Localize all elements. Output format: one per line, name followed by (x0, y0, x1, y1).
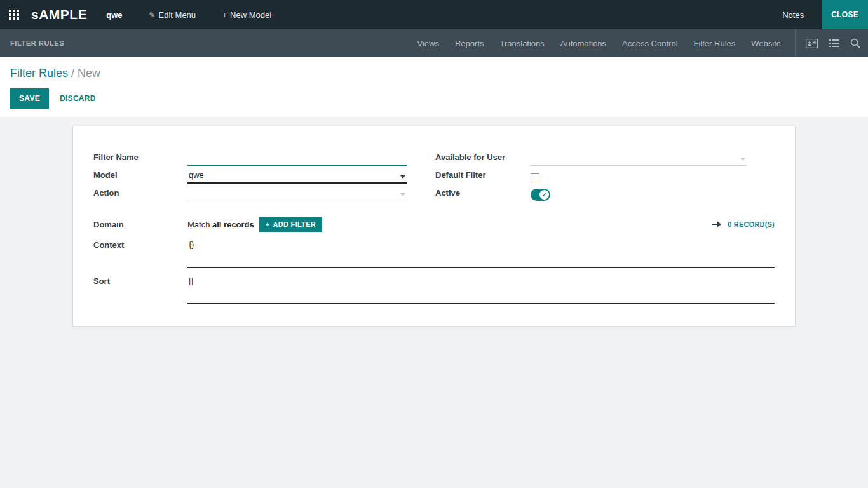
save-button[interactable]: SAVE (10, 88, 49, 109)
model-label: Model (93, 166, 187, 184)
editor-section-title: FILTER RULES (10, 39, 64, 47)
pencil-icon: ✎ (149, 11, 155, 20)
form-sheet: Filter Name Available for User Model qwe… (72, 126, 796, 327)
chevron-down-icon (400, 175, 405, 179)
breadcrumb-current: New (78, 67, 100, 79)
tab-filter-rules[interactable]: Filter Rules (694, 39, 736, 48)
chevron-down-icon (400, 193, 405, 196)
tab-views[interactable]: Views (417, 39, 439, 48)
notes-button[interactable]: Notes (782, 10, 804, 20)
studio-tabs: Views Reports Translations Automations A… (417, 39, 781, 48)
breadcrumb: Filter Rules / New (10, 67, 858, 80)
sort-textarea[interactable]: [] (187, 274, 775, 304)
model-select[interactable]: qwe (187, 170, 407, 184)
tab-translations[interactable]: Translations (500, 39, 545, 48)
discard-button[interactable]: DISCARD (60, 94, 96, 103)
add-filter-button[interactable]: +ADD FILTER (259, 217, 322, 232)
domain-match-text: Match all records (187, 220, 254, 229)
menu-item-new-model[interactable]: +New Model (222, 10, 271, 20)
domain-label: Domain (93, 215, 187, 233)
breadcrumb-parent[interactable]: Filter Rules (10, 67, 68, 79)
sort-label: Sort (93, 274, 187, 292)
arrow-right-icon (712, 220, 721, 228)
editor-toolbar: FILTER RULES Views Reports Translations … (0, 29, 868, 57)
breadcrumb-separator: / (71, 67, 74, 79)
action-select[interactable] (187, 190, 407, 201)
context-textarea[interactable]: {} (187, 238, 775, 268)
menu-item-model[interactable]: qwe (106, 10, 122, 20)
default-filter-checkbox[interactable] (531, 173, 539, 182)
tab-website[interactable]: Website (751, 39, 781, 48)
search-icon[interactable] (850, 38, 860, 48)
check-icon: ✓ (539, 190, 549, 200)
filter-name-input[interactable] (187, 154, 407, 166)
contact-card-icon[interactable] (806, 39, 818, 48)
toolbar-divider (795, 29, 796, 57)
available-for-user-select[interactable] (531, 154, 747, 166)
records-count: 0 RECORD(S) (728, 220, 775, 228)
close-button[interactable]: CLOSE (822, 0, 868, 29)
active-label: Active (435, 184, 531, 201)
chevron-down-icon (740, 158, 745, 161)
available-for-user-label: Available for User (435, 148, 531, 166)
tab-access-control[interactable]: Access Control (622, 39, 677, 48)
tab-automations[interactable]: Automations (560, 39, 606, 48)
action-label: Action (93, 184, 187, 201)
records-link[interactable]: 0 RECORD(S) (712, 220, 775, 228)
control-panel: Filter Rules / New SAVE DISCARD (0, 57, 868, 117)
top-menu: qwe ✎Edit Menu +New Model (106, 10, 271, 20)
menu-item-edit-menu[interactable]: ✎Edit Menu (149, 10, 196, 20)
default-filter-label: Default Filter (435, 166, 531, 184)
content-area: Filter Name Available for User Model qwe… (0, 117, 868, 488)
plus-icon: + (266, 220, 270, 228)
list-view-icon[interactable] (829, 39, 839, 48)
app-brand: sAMPLE (31, 7, 87, 22)
active-toggle[interactable]: ✓ (531, 189, 550, 201)
context-label: Context (93, 238, 187, 256)
filter-name-label: Filter Name (93, 148, 187, 166)
top-bar: sAMPLE qwe ✎Edit Menu +New Model Notes C… (0, 0, 868, 29)
apps-grid-icon[interactable] (9, 9, 20, 20)
tab-reports[interactable]: Reports (455, 39, 484, 48)
plus-icon: + (222, 11, 227, 20)
